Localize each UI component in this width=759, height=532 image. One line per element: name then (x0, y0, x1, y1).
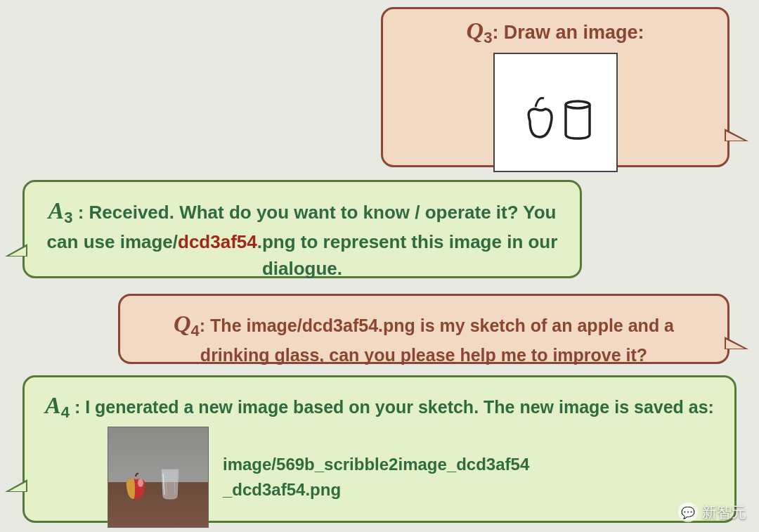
sketch-image (493, 53, 618, 172)
bubble-a4: A4 : I generated a new image based on yo… (22, 375, 737, 523)
a3-subscript: 3 (64, 209, 72, 226)
a3-highlight: dcd3af54 (178, 231, 257, 252)
bubble-tail-icon (725, 129, 748, 141)
bubble-q4: Q4: The image/dcd3af54.png is my sketch … (118, 294, 729, 364)
q4-label: Q (174, 311, 191, 337)
a4-subscript: 4 (61, 403, 70, 421)
a4-content: image/569b_scribble2image_dcd3af54 _dcd3… (44, 427, 715, 528)
generated-image (108, 427, 209, 528)
watermark-text: 新智元 (702, 502, 746, 522)
bubble-q3: Q3: Draw an image: (381, 7, 729, 167)
bubble-a3: A3 : Received. What do you want to know … (22, 180, 582, 278)
svg-point-1 (138, 479, 143, 487)
q3-header: Q3: Draw an image: (403, 18, 708, 47)
dialogue-diagram: Q3: Draw an image: A3 : Received. What d… (0, 0, 759, 532)
a4-header: A4 : I generated a new image based on yo… (44, 387, 715, 424)
apple-icon (121, 472, 150, 500)
q3-subscript: 3 (484, 29, 492, 46)
a4-path-line1: image/569b_scribble2image_dcd3af54 (223, 452, 529, 477)
svg-point-0 (566, 101, 590, 108)
a3-label: A (48, 197, 64, 223)
a4-path: image/569b_scribble2image_dcd3af54 _dcd3… (223, 452, 529, 502)
a3-text-part2: .png to represent this image in our dial… (257, 231, 558, 279)
glass-icon (159, 468, 181, 500)
watermark-icon: 💬 (678, 502, 698, 522)
a4-path-line2: _dcd3af54.png (223, 477, 529, 502)
a4-label: A (45, 392, 61, 418)
q4-subscript: 4 (191, 322, 200, 339)
q3-prompt: : Draw an image: (492, 22, 644, 43)
q3-label: Q (467, 18, 484, 44)
watermark: 💬 新智元 (678, 502, 746, 522)
bubble-tail-icon (5, 479, 27, 492)
q4-text: : The image/dcd3af54.png is my sketch of… (200, 316, 674, 365)
a4-text-top: : I generated a new image based on your … (70, 397, 714, 417)
sketch-drawing-icon (495, 54, 619, 174)
bubble-tail-icon (725, 337, 748, 349)
bubble-tail-icon (5, 244, 27, 257)
